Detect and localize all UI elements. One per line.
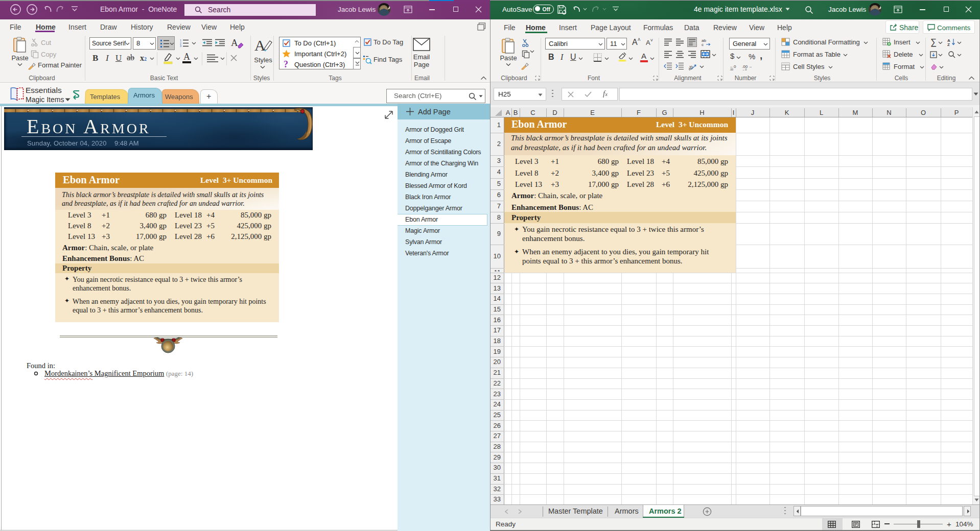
svg-text:c: c bbox=[702, 42, 704, 46]
svg-text:3: 3 bbox=[180, 44, 181, 47]
svg-text:Z: Z bbox=[947, 42, 950, 46]
svg-text:A: A bbox=[254, 37, 266, 54]
svg-text:.00: .00 bbox=[730, 68, 733, 71]
svg-text:→.0: →.0 bbox=[742, 68, 746, 71]
svg-text:→: → bbox=[748, 64, 752, 69]
